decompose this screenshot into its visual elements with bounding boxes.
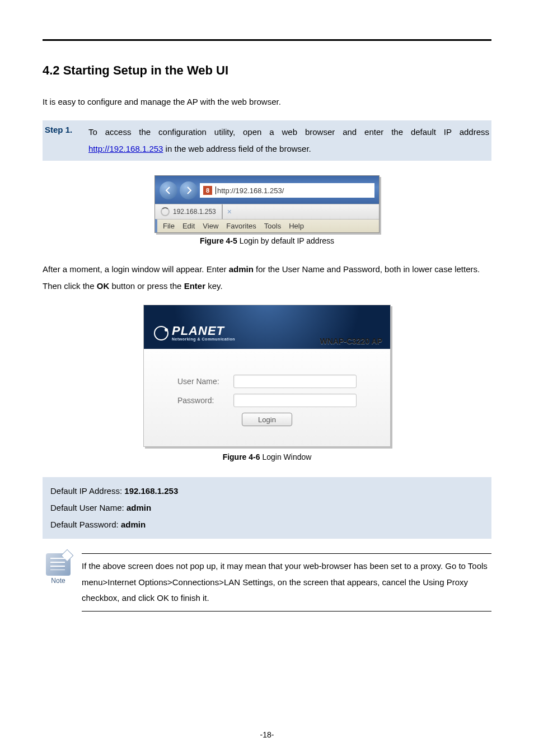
menu-favorites[interactable]: Favorites	[226, 222, 256, 230]
planet-logo-text: PLANET Networking & Communication	[172, 325, 235, 341]
menu-file[interactable]: File	[163, 222, 175, 230]
tab-title: 192.168.1.253	[173, 208, 216, 216]
note-text: If the above screen does not pop up, it …	[82, 553, 491, 612]
default-pw-row: Default Password: admin	[50, 516, 484, 533]
fig46-caption-bold: Figure 4-6	[223, 452, 260, 461]
default-ip-value: 192.168.1.253	[124, 486, 178, 496]
section-heading: 4.2 Starting Setup in the Web UI	[43, 63, 491, 78]
txt-enter: Enter	[184, 281, 205, 291]
note-label: Note	[51, 577, 65, 585]
planet-wordmark: PLANET	[172, 325, 235, 337]
planet-logo: PLANET Networking & Communication	[154, 325, 235, 341]
password-input[interactable]	[233, 394, 357, 407]
browser-menubar: File Edit View Favorites Tools Help	[155, 219, 379, 232]
txt-admin: admin	[229, 264, 254, 274]
default-ip-label: Default IP Address:	[50, 486, 124, 496]
txt-ok: OK	[97, 281, 110, 291]
password-label: Password:	[177, 396, 233, 405]
fig46-caption-rest: Login Window	[260, 452, 312, 461]
login-header: PLANET Networking & Communication WNAP-C…	[144, 305, 390, 349]
txt-c: button or press the	[109, 281, 184, 291]
intro-paragraph: It is easy to configure and manage the A…	[43, 94, 491, 110]
browser-tab[interactable]: 192.168.1.253	[155, 204, 222, 219]
default-user-label: Default User Name:	[50, 503, 127, 512]
default-user-value: admin	[127, 503, 151, 512]
note-icon: Note	[43, 553, 74, 585]
after-fig1-paragraph: After a moment, a login window will appe…	[43, 261, 491, 295]
login-form: User Name: Password: Login	[144, 349, 390, 446]
menu-tools[interactable]: Tools	[264, 222, 281, 230]
figure-4-5-caption: Figure 4-5 Login by default IP address	[43, 236, 491, 245]
figure-4-6-caption: Figure 4-6 Login Window	[43, 452, 491, 461]
top-rule	[43, 39, 491, 41]
device-model: WNAP-C3220 AP	[320, 337, 382, 346]
step-text-before: To access the configuration utility, ope…	[88, 127, 489, 137]
menu-view[interactable]: View	[203, 222, 218, 230]
step-text: To access the configuration utility, ope…	[88, 124, 491, 157]
loading-spinner-icon	[161, 207, 170, 216]
note-row: Note If the above screen does not pop up…	[43, 553, 491, 612]
browser-toolbar: 8 http://192.168.1.253/	[155, 176, 379, 204]
back-button-icon[interactable]	[160, 181, 177, 199]
notepad-icon	[46, 553, 71, 576]
username-input[interactable]	[233, 375, 357, 388]
site-favicon-icon: 8	[203, 186, 212, 195]
forward-button-icon[interactable]	[180, 181, 198, 199]
default-ip-link[interactable]: http://192.168.1.253	[88, 144, 163, 153]
password-row: Password:	[177, 394, 357, 407]
address-bar[interactable]: 8 http://192.168.1.253/	[200, 183, 374, 198]
login-button[interactable]: Login	[242, 413, 292, 426]
step-text-after: in the web address field of the browser.	[163, 144, 311, 153]
default-pw-label: Default Password:	[50, 520, 121, 529]
step-1-row: Step 1. To access the configuration util…	[43, 120, 491, 161]
txt-d: key.	[205, 281, 223, 291]
step-label: Step 1.	[43, 124, 88, 134]
username-label: User Name:	[177, 377, 233, 386]
figure-4-6-login-window: PLANET Networking & Communication WNAP-C…	[143, 305, 391, 447]
planet-ring-icon	[154, 326, 168, 340]
text-cursor-icon	[216, 186, 216, 194]
figure-4-5-browser: 8 http://192.168.1.253/ 192.168.1.253 × …	[154, 175, 380, 233]
browser-tabstrip: 192.168.1.253 ×	[155, 204, 379, 219]
menu-help[interactable]: Help	[289, 222, 304, 230]
txt-a: After a moment, a login window will appe…	[43, 264, 229, 274]
address-url-text: http://192.168.1.253/	[217, 186, 284, 195]
username-row: User Name:	[177, 375, 357, 388]
fig45-caption-rest: Login by default IP address	[237, 236, 334, 245]
defaults-box: Default IP Address: 192.168.1.253 Defaul…	[43, 477, 491, 539]
page-number: -18-	[0, 730, 534, 739]
default-pw-value: admin	[121, 520, 146, 529]
planet-tagline: Networking & Communication	[172, 337, 235, 341]
fig45-caption-bold: Figure 4-5	[200, 236, 237, 245]
tab-close-icon[interactable]: ×	[222, 204, 236, 219]
default-ip-row: Default IP Address: 192.168.1.253	[50, 483, 484, 500]
default-user-row: Default User Name: admin	[50, 500, 484, 516]
menu-edit[interactable]: Edit	[182, 222, 195, 230]
page: 4.2 Starting Setup in the Web UI It is e…	[0, 0, 534, 756]
